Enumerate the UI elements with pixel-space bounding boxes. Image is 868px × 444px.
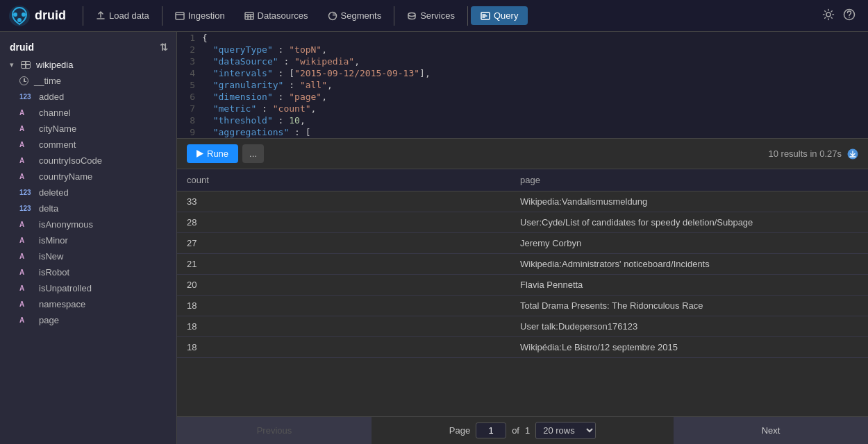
svg-point-9 <box>826 12 831 17</box>
sidebar-field-countryIsoCode[interactable]: AcountryIsoCode <box>0 153 176 169</box>
abc-badge: A <box>19 237 33 244</box>
download-icon[interactable] <box>847 148 858 160</box>
field-name: isMinor <box>39 235 68 246</box>
expand-icon: ▾ <box>10 60 14 69</box>
field-name: isNew <box>39 251 63 262</box>
line-content: "dimension" : "page", <box>202 91 868 103</box>
field-name: deleted <box>39 187 69 198</box>
previous-button[interactable]: Previous <box>177 417 372 445</box>
abc-badge: A <box>19 109 33 117</box>
sidebar-field-cityName[interactable]: AcityName <box>0 121 176 137</box>
total-pages: 1 <box>525 425 530 436</box>
sidebar-field-namespace[interactable]: Anamespace <box>0 296 176 312</box>
rows-per-page-select[interactable]: 20 rows 50 rows 100 rows <box>535 422 596 439</box>
abc-badge: A <box>19 284 33 292</box>
sidebar-field-isUnpatrolled[interactable]: AisUnpatrolled <box>0 280 176 296</box>
code-line-6: 6 "dimension" : "page", <box>177 91 868 103</box>
table-row: 18Wikipédia:Le Bistro/12 septembre 2015 <box>177 337 868 358</box>
table-row: 21Wikipedia:Administrators' noticeboard/… <box>177 254 868 275</box>
svg-point-7 <box>408 12 415 16</box>
top-navigation: druid Load data Ingestion Datasources Se… <box>0 0 868 32</box>
svg-rect-4 <box>176 12 184 19</box>
sidebar-field-isNew[interactable]: AisNew <box>0 248 176 264</box>
nav-item-segments[interactable]: Segments <box>318 6 392 25</box>
code-lines: 1{2 "queryType" : "topN",3 "dataSource" … <box>177 32 868 138</box>
cell-count: 27 <box>177 233 510 254</box>
table-row: 18User talk:Dudeperson176123 <box>177 316 868 337</box>
sidebar-field-deleted[interactable]: 123deleted <box>0 185 176 200</box>
table-icon <box>21 61 31 69</box>
sort-icon[interactable]: ⇅ <box>160 42 168 53</box>
nav-divider-4 <box>467 6 468 26</box>
sidebar-field-delta[interactable]: 123delta <box>0 200 176 216</box>
code-line-9: 9 "aggregations" : [ <box>177 126 868 138</box>
abc-badge: A <box>19 141 33 148</box>
of-label: of <box>512 425 519 436</box>
col-header-page: page <box>510 169 868 191</box>
line-content: "queryType" : "topN", <box>202 44 868 56</box>
nav-item-datasources[interactable]: Datasources <box>235 6 318 25</box>
help-button[interactable] <box>839 4 860 27</box>
more-options-button[interactable]: ... <box>242 144 264 163</box>
sidebar-field-isAnonymous[interactable]: AisAnonymous <box>0 216 176 232</box>
datasource-name: wikipedia <box>36 60 73 70</box>
line-content: "intervals" : ["2015-09-12/2015-09-13"], <box>202 67 868 79</box>
svg-point-3 <box>17 18 22 22</box>
sidebar-field-page[interactable]: Apage <box>0 312 176 328</box>
col-header-count: count <box>177 169 510 191</box>
results-area: count page 33Wikipedia:Vandalismusmeldun… <box>177 169 868 416</box>
nav-item-query[interactable]: Query <box>471 6 528 25</box>
line-content: "aggregations" : [ <box>202 126 868 138</box>
sidebar-field-comment[interactable]: Acomment <box>0 137 176 153</box>
field-name: namespace <box>39 299 85 309</box>
datasources-icon <box>244 11 254 21</box>
field-name: isRobot <box>39 267 69 278</box>
results-tbody: 33Wikipedia:Vandalismusmeldung28User:Cyd… <box>177 191 868 358</box>
sidebar-field-added[interactable]: 123added <box>0 89 176 105</box>
code-line-7: 7 "metric" : "count", <box>177 103 868 114</box>
cell-page: Wikipédia:Le Bistro/12 septembre 2015 <box>510 337 868 358</box>
code-line-5: 5 "granularity" : "all", <box>177 79 868 91</box>
help-icon <box>843 8 856 21</box>
field-name: delta <box>39 203 58 214</box>
abc-badge: A <box>19 316 33 324</box>
cell-page: Total Drama Presents: The Ridonculous Ra… <box>510 296 868 316</box>
svg-marker-12 <box>197 150 203 157</box>
sidebar-field-isMinor[interactable]: AisMinor <box>0 232 176 248</box>
table-header-row: count page <box>177 169 868 191</box>
field-name: isUnpatrolled <box>39 283 92 293</box>
line-content: "granularity" : "all", <box>202 79 868 91</box>
next-button[interactable]: Next <box>674 417 868 445</box>
line-number: 4 <box>177 67 202 79</box>
field-name: added <box>39 92 64 102</box>
code-line-2: 2 "queryType" : "topN", <box>177 44 868 56</box>
sidebar-field-channel[interactable]: Achannel <box>0 105 176 121</box>
sidebar-datasource-wikipedia[interactable]: ▾ wikipedia <box>0 57 176 73</box>
nav-item-load-data[interactable]: Load data <box>86 6 159 25</box>
cell-count: 21 <box>177 254 510 275</box>
sidebar-field-countryName[interactable]: AcountryName <box>0 169 176 185</box>
field-name: countryName <box>39 171 92 182</box>
nav-item-services[interactable]: Services <box>397 6 465 25</box>
toolbar-left: Rune ... <box>187 144 264 163</box>
abc-badge: A <box>19 125 33 133</box>
table-row: 33Wikipedia:Vandalismusmeldung <box>177 191 868 212</box>
nav-item-ingestion[interactable]: Ingestion <box>165 6 235 25</box>
table-row: 27Jeremy Corbyn <box>177 233 868 254</box>
page-input[interactable] <box>476 422 506 438</box>
brand-name: druid <box>35 8 66 23</box>
num-badge: 123 <box>19 205 33 212</box>
line-number: 6 <box>177 91 202 103</box>
settings-button[interactable] <box>818 4 839 27</box>
sidebar-field-isRobot[interactable]: AisRobot <box>0 264 176 280</box>
abc-badge: A <box>19 253 33 260</box>
run-button[interactable]: Rune <box>187 144 238 163</box>
code-line-1: 1{ <box>177 32 868 44</box>
results-table: count page 33Wikipedia:Vandalismusmeldun… <box>177 169 868 358</box>
cell-page: User talk:Dudeperson176123 <box>510 316 868 337</box>
code-editor[interactable]: 1{2 "queryType" : "topN",3 "dataSource" … <box>177 32 868 139</box>
abc-badge: A <box>19 300 33 308</box>
line-content: "metric" : "count", <box>202 103 868 114</box>
sidebar-field-__time[interactable]: __time <box>0 73 176 89</box>
field-name: comment <box>39 139 76 150</box>
